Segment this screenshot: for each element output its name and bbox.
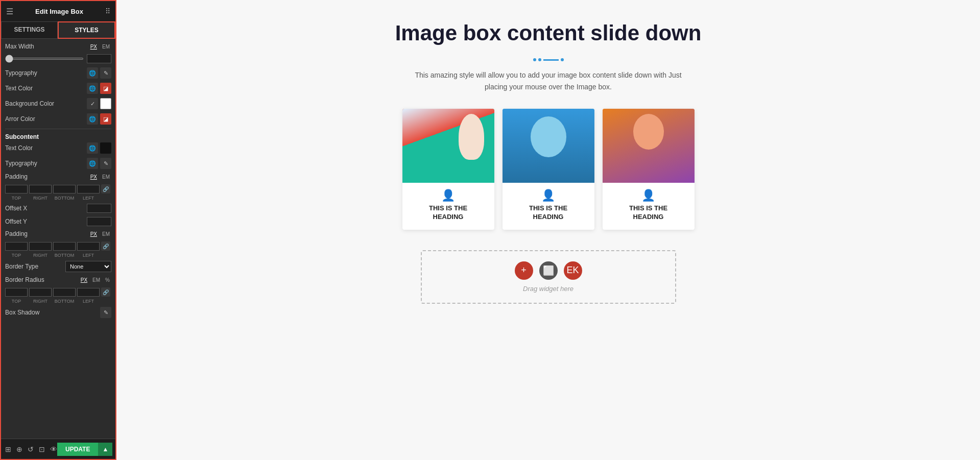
br-right[interactable] [29,288,52,297]
typography-label: Typography [5,69,87,77]
padding1-bottom[interactable] [53,185,76,193]
padding1-right-label: RIGHT [29,196,52,201]
box-shadow-row: Box Shadow ✎ [5,307,111,318]
page-heading: Image box content slide down [147,20,949,46]
padding1-unit-px[interactable]: PX [89,174,99,180]
padding2-left-label: LEFT [77,253,100,258]
border-radius-grid: 🔗 [5,287,111,297]
image-box-2-content: 👤 THIS IS THEHEADING [503,183,594,230]
typography-row: Typography 🌐 ✎ [5,67,111,79]
offset-y-input[interactable]: 10 [87,217,111,226]
padding2-bottom-label: BOTTOM [53,253,76,258]
max-width-row: Max Width PX EM [5,43,111,50]
sub-text-globe-btn[interactable]: 🌐 [87,142,98,154]
padding2-top[interactable] [5,242,28,251]
sub-typography-icons: 🌐 ✎ [87,158,111,169]
update-arrow-btn[interactable]: ▲ [98,443,112,456]
sub-typo-globe-btn[interactable]: 🌐 [87,158,98,169]
br-unit-pct[interactable]: % [104,277,111,283]
unit-px[interactable]: PX [89,43,99,50]
padding1-link-btn[interactable]: 🔗 [101,184,110,193]
box-shadow-pencil-btn[interactable]: ✎ [100,307,111,318]
padding1-left[interactable] [77,185,100,193]
max-width-input[interactable] [87,54,111,63]
padding1-unit-em[interactable]: EM [101,174,111,180]
arror-color-label: Arror Color [5,115,87,123]
sub-text-color-label: Text Color [5,144,87,152]
offset-x-input[interactable]: 0 [87,204,111,213]
sub-typo-pencil-btn[interactable]: ✎ [100,158,111,169]
border-radius-labels: TOP RIGHT BOTTOM LEFT [5,299,111,304]
page-subtitle: This amazing style will allow you to add… [147,69,949,92]
bottom-icons: ⊞ ⊕ ↺ ⊡ 👁 [5,445,57,453]
arror-swatch-btn[interactable]: ◪ [100,113,111,125]
unit-em[interactable]: EM [101,43,111,50]
padding1-right[interactable] [29,185,52,193]
bg-color-label: Background Color [5,100,87,107]
undo-icon[interactable]: ↺ [28,445,34,453]
bg-color-row: Background Color ✓ [5,98,111,109]
border-type-row: Border Type None Solid Dashed Dotted Dou… [5,261,111,272]
padding2-bottom[interactable] [53,242,76,251]
blue-dot-mid [538,58,541,61]
padding2-right[interactable] [29,242,52,251]
br-unit-px[interactable]: PX [79,277,89,283]
blue-line-decoration [147,54,949,63]
bg-color-swatch-btn[interactable] [100,98,111,109]
typography-globe-btn[interactable]: 🌐 [87,67,98,79]
padding2-unit-em[interactable]: EM [101,231,111,237]
bg-color-check-btn[interactable]: ✓ [87,98,98,109]
padding2-link-btn[interactable]: 🔗 [101,241,110,251]
max-width-slider[interactable] [5,58,84,60]
image-box-2: 👤 THIS IS THEHEADING [503,109,594,230]
padding1-label: Padding [5,173,89,180]
sub-typography-label: Typography [5,160,87,167]
padding2-left[interactable] [77,242,100,251]
layers-icon[interactable]: ⊞ [5,445,11,453]
image-box-1-heading: THIS IS THEHEADING [408,204,489,222]
br-left[interactable] [77,288,100,297]
image-box-2-image [503,109,594,183]
br-bottom[interactable] [53,288,76,297]
add-widget-btn[interactable]: + [515,261,533,280]
padding1-bottom-label: BOTTOM [53,196,76,201]
panel-header-icons: ⠿ [105,7,110,15]
typography-pencil-btn[interactable]: ✎ [100,67,111,79]
sub-text-color-row: Text Color 🌐 [5,142,111,154]
br-top[interactable] [5,288,28,297]
arror-globe-btn[interactable]: 🌐 [87,113,98,125]
hamburger-icon[interactable]: ☰ [6,7,13,16]
sub-text-swatch-btn[interactable] [100,142,111,154]
text-color-row: Text Color 🌐 ◪ [5,83,111,94]
ek-btn[interactable]: EK [564,261,582,280]
text-color-globe-btn[interactable]: 🌐 [87,83,98,94]
blue-dot-left [533,58,536,61]
tab-styles[interactable]: STYLES [58,21,115,39]
padding1-grid: 🔗 [5,184,111,193]
br-link-btn[interactable]: 🔗 [101,287,110,297]
add-layer-icon[interactable]: ⊕ [16,445,22,453]
text-color-label: Text Color [5,85,87,92]
folder-btn[interactable]: ⬜ [539,261,558,280]
image-box-1-image [402,109,494,183]
padding2-unit-px[interactable]: PX [89,231,99,237]
image-box-1: 👤 THIS IS THEHEADING [402,109,494,230]
padding2-header-row: Padding PX EM [5,230,111,237]
eye-icon[interactable]: 👁 [50,445,57,453]
padding1-labels: TOP RIGHT BOTTOM LEFT [5,196,111,201]
offset-y-row: Offset Y 10 [5,217,111,226]
sub-text-color-icons: 🌐 [87,142,111,154]
padding1-top[interactable] [5,185,28,193]
update-button[interactable]: UPDATE [57,443,98,456]
subcontent-label: Subcontent [5,133,111,140]
grid-icon[interactable]: ⠿ [105,7,110,15]
br-unit-em[interactable]: EM [91,277,102,283]
box-shadow-label: Box Shadow [5,309,100,316]
tab-settings[interactable]: SETTINGS [1,21,58,39]
blue-dot-right [561,58,564,61]
border-type-select[interactable]: None Solid Dashed Dotted Double [65,261,111,272]
padding2-right-label: RIGHT [29,253,52,258]
redo-icon[interactable]: ⊡ [39,445,45,453]
drop-zone: + ⬜ EK Drag widget here [421,250,676,304]
text-color-swatch-btn[interactable]: ◪ [100,83,111,94]
